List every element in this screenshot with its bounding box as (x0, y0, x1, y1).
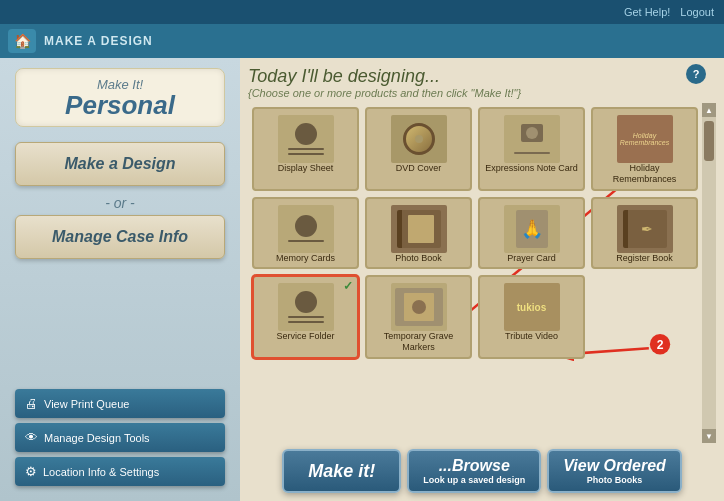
scroll-down-button[interactable]: ▼ (702, 429, 716, 443)
scrollbar: ▲ ▼ (702, 103, 716, 443)
product-item-tribute-video[interactable]: tukios Tribute Video (478, 275, 585, 359)
product-label-photo-book: Photo Book (395, 253, 442, 264)
manage-case-button[interactable]: Manage Case Info (15, 215, 225, 259)
product-item-prayer-card[interactable]: 🙏 Prayer Card (478, 197, 585, 270)
browse-sub-label: Look up a saved design (423, 475, 525, 485)
printer-icon: 🖨 (25, 396, 38, 411)
view-ordered-button[interactable]: View Ordered Photo Books (547, 449, 682, 493)
bottom-bar: Make it! ...Browse Look up a saved desig… (248, 449, 716, 493)
top-bar: Get Help! Logout (0, 0, 724, 24)
or-divider: - or - (105, 195, 135, 211)
product-thumb-tribute: tukios (504, 283, 560, 331)
product-label-register-book: Register Book (616, 253, 673, 264)
location-info-button[interactable]: ⚙ Location Info & Settings (15, 457, 225, 486)
product-item-register-book[interactable]: ✒ Register Book (591, 197, 698, 270)
view-ordered-main-label: View Ordered (563, 457, 666, 475)
product-item-memory-cards[interactable]: Memory Cards (252, 197, 359, 270)
content-area: Today I'll be designing... {Choose one o… (240, 58, 724, 501)
product-thumb-holiday: HolidayRemembrances (617, 115, 673, 163)
product-item-dvd-cover[interactable]: DVD Cover (365, 107, 472, 191)
eye-icon: 👁 (25, 430, 38, 445)
product-thumb-memory (278, 205, 334, 253)
product-thumb-photobook (391, 205, 447, 253)
product-label-service-folder: Service Folder (276, 331, 334, 342)
home-button[interactable]: 🏠 (8, 29, 36, 53)
logout-link[interactable]: Logout (680, 6, 714, 18)
products-grid: Display Sheet DVD Cover (248, 103, 716, 363)
get-help-link[interactable]: Get Help! (624, 6, 670, 18)
help-button[interactable]: ? (686, 64, 706, 84)
sidebar: Make It! Personal Make a Design - or - M… (0, 58, 240, 501)
product-label-memory-cards: Memory Cards (276, 253, 335, 264)
scroll-up-button[interactable]: ▲ (702, 103, 716, 117)
product-label-note-card: Expressions Note Card (485, 163, 578, 174)
product-thumb-display-sheet (278, 115, 334, 163)
nav-bar: 🏠 MAKE A DESIGN (0, 24, 724, 58)
product-label-temp-grave: Temporary Grave Markers (371, 331, 466, 353)
product-item-note-card[interactable]: Expressions Note Card (478, 107, 585, 191)
product-item-photo-book[interactable]: Photo Book (365, 197, 472, 270)
content-title: Today I'll be designing... (248, 66, 716, 87)
logo-main: Personal (28, 92, 212, 118)
location-info-label: Location Info & Settings (43, 466, 159, 478)
logo-area: Make It! Personal (15, 68, 225, 127)
content-header: Today I'll be designing... {Choose one o… (248, 66, 716, 99)
product-item-temp-grave[interactable]: Temporary Grave Markers (365, 275, 472, 359)
view-ordered-sub-label: Photo Books (563, 475, 666, 485)
manage-design-tools-button[interactable]: 👁 Manage Design Tools (15, 423, 225, 452)
product-label-tribute-video: Tribute Video (505, 331, 558, 342)
breadcrumb-label: MAKE A DESIGN (44, 34, 153, 48)
make-it-button[interactable]: Make it! (282, 449, 401, 493)
product-thumb-service (278, 283, 334, 331)
view-print-queue-label: View Print Queue (44, 398, 129, 410)
browse-main-label: ...Browse (423, 457, 525, 475)
make-design-button[interactable]: Make a Design (15, 142, 225, 186)
gear-icon: ⚙ (25, 464, 37, 479)
products-scroll: 1 2 (248, 103, 716, 443)
content-subtitle: {Choose one or more products and then cl… (248, 87, 716, 99)
view-print-queue-button[interactable]: 🖨 View Print Queue (15, 389, 225, 418)
product-item-display-sheet[interactable]: Display Sheet (252, 107, 359, 191)
product-label-display-sheet: Display Sheet (278, 163, 334, 174)
product-label-holiday: Holiday Remembrances (597, 163, 692, 185)
product-thumb-register: ✒ (617, 205, 673, 253)
product-thumb-note-card (504, 115, 560, 163)
product-thumb-dvd-cover (391, 115, 447, 163)
product-thumb-prayer: 🙏 (504, 205, 560, 253)
manage-design-tools-label: Manage Design Tools (44, 432, 150, 444)
product-label-prayer-card: Prayer Card (507, 253, 556, 264)
scroll-thumb[interactable] (704, 121, 714, 161)
product-item-holiday[interactable]: HolidayRemembrances Holiday Remembrances (591, 107, 698, 191)
product-thumb-temp-grave (391, 283, 447, 331)
product-item-service-folder[interactable]: Service Folder (252, 275, 359, 359)
browse-button[interactable]: ...Browse Look up a saved design (407, 449, 541, 493)
product-label-dvd-cover: DVD Cover (396, 163, 442, 174)
main-layout: Make It! Personal Make a Design - or - M… (0, 58, 724, 501)
